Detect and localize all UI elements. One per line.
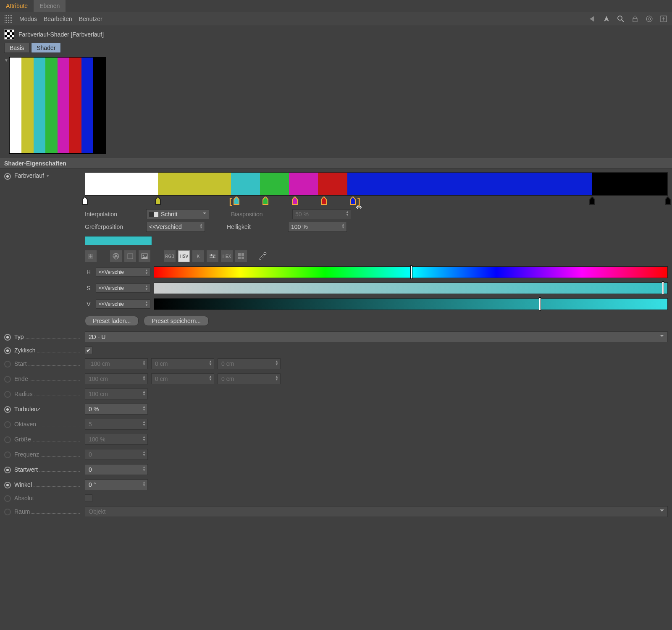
- svg-rect-19: [211, 254, 212, 256]
- field-greiferposition[interactable]: <<Verschied▲▼: [146, 222, 205, 232]
- field-h[interactable]: <<Verschie▲▼: [96, 268, 150, 277]
- slider-h[interactable]: [154, 266, 668, 278]
- gradient-knot[interactable]: [262, 197, 268, 205]
- mode-btn-swatches[interactable]: [235, 250, 247, 262]
- gradient-knot[interactable]: [82, 197, 88, 205]
- mode-btn-mixer[interactable]: [207, 250, 218, 262]
- anim-dot-zyklisch[interactable]: [4, 347, 11, 354]
- svg-point-3: [646, 16, 652, 22]
- field-startwert[interactable]: 0▲▼: [85, 464, 148, 475]
- disclosure-icon[interactable]: ▼: [4, 58, 8, 63]
- dropdown-typ[interactable]: 2D - U: [85, 331, 668, 342]
- tab-attribute[interactable]: Attribute: [0, 0, 34, 12]
- gradient-row: Farbverlauf ▼ []⇔ Interpolation Schritt …: [4, 172, 668, 326]
- check-zyklisch[interactable]: ✔: [85, 346, 92, 354]
- dropdown-interpolation[interactable]: Schritt: [146, 209, 209, 219]
- field-turbulenz[interactable]: 0 %▲▼: [85, 404, 148, 415]
- label-farbverlauf: Farbverlauf: [14, 172, 44, 179]
- field-helligkeit[interactable]: 100 %▲▼: [288, 222, 347, 232]
- slider-s[interactable]: [154, 282, 668, 294]
- svg-rect-23: [238, 257, 241, 259]
- svg-line-1: [622, 20, 624, 22]
- toolbar: Modus Bearbeiten Benutzer: [0, 12, 672, 26]
- anim-dot-frequenz: [4, 452, 11, 458]
- object-title-row: Farbverlauf-Shader [Farbverlauf]: [0, 26, 672, 43]
- gradient-knot[interactable]: [234, 197, 239, 205]
- gradient-knot[interactable]: [321, 197, 327, 205]
- label-typ: Typ: [14, 333, 24, 340]
- top-tabs: Attribute Ebenen: [0, 0, 672, 12]
- label-ende: Ende: [14, 375, 28, 382]
- svg-rect-21: [238, 253, 241, 256]
- hsv-v-row: V <<Verschie▲▼: [85, 298, 668, 310]
- field-ende-z: 0 cm▲▼: [218, 373, 281, 384]
- hsv-s-row: S <<Verschie▲▼: [85, 282, 668, 294]
- gradient-knot[interactable]: [292, 197, 298, 205]
- label-turbulenz: Turbulenz: [14, 406, 40, 412]
- svg-rect-20: [213, 256, 214, 258]
- nav-up-icon[interactable]: [602, 15, 611, 23]
- mode-btn-square[interactable]: [124, 250, 136, 262]
- anim-dot-turbulenz[interactable]: [4, 406, 11, 413]
- anim-dot-startwert[interactable]: [4, 467, 11, 473]
- label-absolut: Absolut: [14, 495, 34, 501]
- svg-rect-14: [128, 254, 133, 259]
- mode-btn-1[interactable]: [85, 250, 97, 262]
- gradient-knot[interactable]: [350, 197, 356, 205]
- anim-dot-ende: [4, 376, 11, 383]
- anim-dot-radius: [4, 391, 11, 398]
- mode-btn-hex[interactable]: HEX: [221, 250, 233, 262]
- svg-rect-24: [242, 257, 244, 259]
- search-icon[interactable]: [617, 15, 625, 23]
- svg-rect-18: [210, 257, 215, 258]
- mode-btn-k[interactable]: K: [192, 250, 204, 262]
- color-swatch[interactable]: [85, 236, 152, 245]
- color-mode-row: RGB HSV K HEX: [85, 250, 668, 262]
- label-radius: Radius: [14, 391, 33, 397]
- eyedropper-icon[interactable]: [258, 251, 268, 261]
- field-v[interactable]: <<Verschie▲▼: [96, 299, 150, 309]
- subtab-basis[interactable]: Basis: [4, 43, 29, 53]
- label-interpolation: Interpolation: [85, 211, 139, 218]
- menu-modus[interactable]: Modus: [19, 16, 37, 22]
- menu-bearbeiten[interactable]: Bearbeiten: [44, 16, 72, 22]
- btn-preset-save[interactable]: Preset speichern...: [144, 316, 209, 326]
- svg-point-0: [618, 16, 622, 20]
- field-frequenz: 0▲▼: [85, 449, 148, 460]
- lock-icon[interactable]: [631, 15, 639, 23]
- gradient-knot-track[interactable]: []⇔: [85, 197, 668, 207]
- label-startwert: Startwert: [14, 466, 38, 473]
- tab-ebenen[interactable]: Ebenen: [34, 0, 66, 12]
- label-h: H: [85, 269, 92, 276]
- gradient-knot[interactable]: [665, 197, 671, 205]
- field-oktaven: 5▲▼: [85, 419, 148, 430]
- label-zyklisch: Zyklisch: [14, 347, 36, 354]
- mode-btn-image[interactable]: [139, 250, 150, 262]
- svg-rect-22: [242, 253, 244, 256]
- anim-dot-winkel[interactable]: [4, 482, 11, 488]
- mode-btn-hsv[interactable]: HSV: [178, 250, 190, 262]
- anim-dot-groesse: [4, 436, 11, 443]
- add-panel-icon[interactable]: [659, 15, 668, 23]
- field-winkel[interactable]: 0 °▲▼: [85, 479, 148, 490]
- svg-rect-17: [210, 255, 215, 256]
- mode-btn-wheel[interactable]: [110, 250, 122, 262]
- menu-benutzer[interactable]: Benutzer: [79, 16, 102, 22]
- anim-dot-absolut: [4, 495, 11, 502]
- object-title: Farbverlauf-Shader [Farbverlauf]: [18, 31, 104, 38]
- nav-back-icon[interactable]: [588, 15, 596, 23]
- slider-v[interactable]: [154, 298, 668, 310]
- subtab-shader[interactable]: Shader: [31, 43, 61, 53]
- gradient-knot[interactable]: [155, 197, 161, 205]
- anim-dot-typ[interactable]: [4, 334, 11, 341]
- anim-dot-farbverlauf[interactable]: [4, 173, 11, 180]
- field-s[interactable]: <<Verschie▲▼: [96, 284, 150, 293]
- grid-icon[interactable]: [4, 15, 13, 23]
- shader-preview[interactable]: [9, 57, 106, 154]
- target-icon[interactable]: [645, 15, 654, 23]
- gradient-bar[interactable]: [85, 172, 668, 196]
- svg-point-16: [143, 255, 144, 256]
- gradient-knot[interactable]: [589, 197, 595, 205]
- mode-btn-rgb[interactable]: RGB: [164, 250, 176, 262]
- btn-preset-load[interactable]: Preset laden...: [85, 316, 139, 326]
